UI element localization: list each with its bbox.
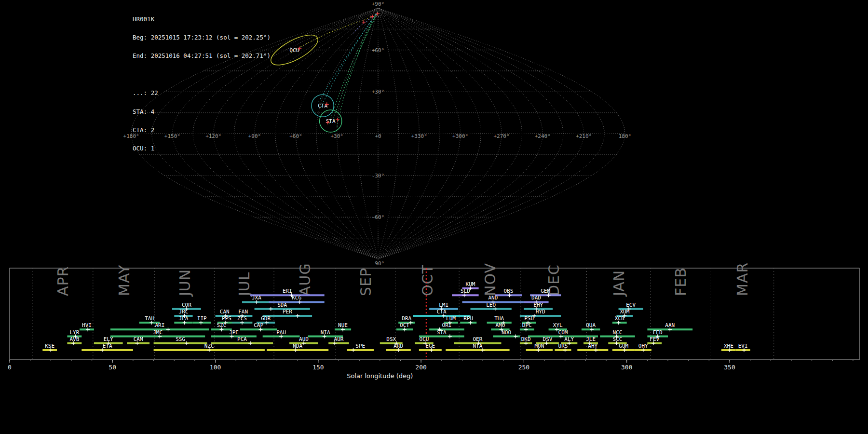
month-label: JUL <box>236 271 253 297</box>
shower-label-NUE: NUE <box>338 322 348 328</box>
shower-label-CAN: CAN <box>220 309 230 315</box>
shower-label-EGE: EGE <box>425 343 435 349</box>
shower-label-NZC: NZC <box>204 343 214 349</box>
month-label: SEP <box>357 268 374 296</box>
info-separator: --------------------------------------- <box>133 72 274 78</box>
lon-label: +300° <box>452 133 468 139</box>
shower-label-SDA: SDA <box>277 302 287 308</box>
shower-label-SZC: SZC <box>217 322 226 328</box>
shower-label-SLD: SLD <box>461 288 470 294</box>
shower-label-PSU: PSU <box>524 315 534 322</box>
month-label: MAR <box>734 262 751 296</box>
shower-label-AUD: AUD <box>299 336 309 342</box>
shower-label-AVB: AVB <box>69 336 79 342</box>
shower-label-PER: PER <box>283 309 292 315</box>
shower-label-LEO: LEO <box>486 302 496 308</box>
plot-svg: +180°+150°+120°+90°+60°+30°+0+330°+300°+… <box>0 0 868 434</box>
meteor-plus-marker <box>336 118 339 122</box>
shower-label-STA: STA <box>437 329 447 336</box>
shower-label-ALY: ALY <box>564 336 574 342</box>
shower-label-ORI: ORI <box>442 322 452 328</box>
x-tick-label: 200 <box>415 364 426 371</box>
shower-label-DSX: DSX <box>386 336 396 342</box>
lon-label: +60° <box>289 133 302 139</box>
shower-label-ETA: ETA <box>103 343 112 349</box>
shower-label-NTA: NTA <box>473 343 482 349</box>
shower-label-ARI: ARI <box>155 322 164 328</box>
x-tick-label: 300 <box>621 364 632 371</box>
radiant-label-OCU: OCU <box>290 47 299 54</box>
shower-peak-STA <box>448 335 452 339</box>
shower-label-FEV: FEV <box>650 336 659 342</box>
x-tick-label: 150 <box>312 364 324 371</box>
shower-label-TAH: TAH <box>145 315 154 322</box>
lon-label: +30° <box>330 133 343 139</box>
x-tick-label: 250 <box>518 364 529 371</box>
shower-label-AMO: AMO <box>495 322 505 328</box>
shower-label-ECV: ECV <box>626 302 636 308</box>
shower-label-JEA: JEA <box>179 315 189 322</box>
shower-label-EHY: EHY <box>533 302 543 308</box>
month-label: APR <box>54 266 71 296</box>
session-end: End: 20251016 04:27:51 (sol = 202.71°) <box>133 53 274 59</box>
session-info: HR001K Beg: 20251015 17:23:12 (sol = 202… <box>133 4 274 164</box>
lon-label: +0 <box>375 133 381 139</box>
shower-peak-SSG <box>185 341 189 345</box>
shower-label-AAN: AAN <box>665 322 675 328</box>
timeline: APRMAYJUNJULAUGSEPOCTNOVDECJANFEBMAR0501… <box>8 262 859 380</box>
shower-peak-PCA <box>248 341 252 345</box>
shower-label-OCT: OCT <box>400 322 409 328</box>
shower-label-FED: FED <box>653 329 663 336</box>
shower-label-MON: MON <box>534 343 544 349</box>
lon-label: +210° <box>576 133 592 139</box>
shower-label-AHY: AHY <box>588 343 597 349</box>
shower-label-SCC: SCC <box>613 336 623 342</box>
shower-label-XCB: XCB <box>615 315 624 322</box>
shower-label-OBS: OBS <box>503 288 513 294</box>
shower-label-EVI: EVI <box>738 343 748 349</box>
shower-label-JLE: JLE <box>586 336 596 342</box>
shower-label-COR: COR <box>182 302 191 308</box>
meteor-tracks <box>291 11 378 127</box>
shower-label-ARD: ARD <box>393 343 403 349</box>
lon-label: +270° <box>493 133 509 139</box>
x-tick-label: 100 <box>210 364 221 371</box>
shower-label-QUA: QUA <box>586 322 596 328</box>
shower-label-CTA: CTA <box>437 309 447 315</box>
lat-label: +60° <box>372 47 385 54</box>
shower-label-COM: COM <box>558 329 568 336</box>
shower-label-SPE: SPE <box>355 343 365 349</box>
shower-label-GDR: GDR <box>261 315 271 322</box>
meteor-track <box>321 11 378 107</box>
shower-label-KCG: KCG <box>292 295 301 301</box>
shower-peak-SPE <box>351 348 355 352</box>
lon-label: 180° <box>619 133 632 139</box>
radiants: OCUCTASTA <box>267 8 382 132</box>
shower-label-JMC: JMC <box>153 329 163 336</box>
shower-label-OCU: OCU <box>420 336 429 342</box>
shower-label-LYR: LYR <box>69 329 79 336</box>
shower-label-DSV: DSV <box>543 336 553 342</box>
shower-label-CAM: CAM <box>134 336 143 342</box>
pole-label-north: +90° <box>372 1 385 7</box>
shower-label-GEM: GEM <box>541 288 550 294</box>
shower-label-GUM: GUM <box>619 343 628 349</box>
shower-label-DPC: DPC <box>522 322 532 328</box>
x-tick-label: 350 <box>724 364 735 371</box>
meteor-plus-marker <box>362 20 366 24</box>
lon-label: +240° <box>535 133 551 139</box>
meteor-track <box>337 11 378 127</box>
shower-label-HVI: HVI <box>82 322 92 328</box>
shower-label-KUM: KUM <box>466 281 475 287</box>
shower-label-OER: OER <box>473 336 482 342</box>
shower-label-DRA: DRA <box>402 315 411 322</box>
shower-peak-SDA <box>269 307 273 311</box>
shower-label-ELY: ELY <box>104 336 113 342</box>
month-label: AUG <box>297 263 313 296</box>
month-label: FEB <box>672 267 689 296</box>
lat-label: -30° <box>372 173 385 179</box>
lat-label: -60° <box>372 214 385 220</box>
radiant-label-STA: STA <box>326 118 336 124</box>
count-sta: STA: 4 <box>133 109 274 115</box>
shower-label-RPU: RPU <box>463 315 473 322</box>
